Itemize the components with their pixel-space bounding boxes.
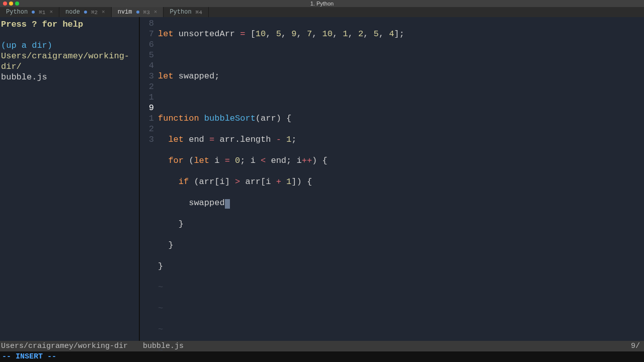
help-hint: Press ? for help: [1, 19, 138, 30]
line-num: 1: [140, 92, 154, 103]
file-item-bubble[interactable]: bubble.js: [1, 72, 138, 82]
tab-shortcut: ⌘2: [91, 9, 98, 16]
status-bar: Users/craigramey/working-dir bubble.js 9…: [0, 341, 644, 351]
tab-shortcut: ⌘1: [39, 9, 45, 16]
dot-icon: [32, 11, 35, 14]
status-filename: bubble.js: [141, 342, 631, 350]
line-num: 5: [140, 50, 154, 60]
tab-shortcut: ⌘4: [196, 9, 202, 16]
line-num: 2: [140, 81, 154, 92]
dot-icon: [84, 11, 87, 14]
tab-shortcut: ⌘3: [143, 9, 150, 16]
workspace: Press ? for help (up a dir) Users/craigr…: [0, 17, 644, 341]
tab-nvim[interactable]: nvim ⌘3 ×: [112, 7, 164, 17]
tilde-row: ~: [158, 303, 644, 314]
tab-python-1[interactable]: Python ⌘1 ×: [0, 7, 59, 17]
dot-icon: [136, 11, 139, 14]
tab-label: Python: [6, 9, 28, 16]
line-num: 8: [140, 18, 154, 29]
cwd-path: Users/craigramey/working-dir/: [1, 51, 138, 72]
text-cursor: [225, 199, 230, 209]
tilde-row: ~: [158, 324, 644, 335]
line-gutter: 8 7 6 5 4 3 2 1 9 1 2 3: [140, 18, 158, 341]
line-num: 4: [140, 60, 154, 71]
line-num: 2: [140, 124, 154, 134]
tab-python-2[interactable]: Python ⌘4: [164, 7, 208, 17]
up-dir-link[interactable]: (up a dir): [1, 40, 138, 51]
code-area[interactable]: let unsortedArr = [10, 5, 9, 7, 10, 1, 2…: [158, 18, 644, 341]
line-num: 6: [140, 39, 154, 50]
tilde-row: ~: [158, 282, 644, 293]
file-tree-sidebar[interactable]: Press ? for help (up a dir) Users/craigr…: [0, 17, 140, 341]
line-num: 1: [140, 113, 154, 124]
tab-node[interactable]: node ⌘2 ×: [59, 7, 112, 17]
tab-bar: Python ⌘1 × node ⌘2 × nvim ⌘3 × Python ⌘…: [0, 7, 644, 17]
tab-close-icon[interactable]: ×: [102, 9, 105, 15]
line-num: 7: [140, 29, 154, 39]
editor-pane[interactable]: 8 7 6 5 4 3 2 1 9 1 2 3 let unsortedArr …: [140, 17, 644, 341]
line-num-current: 9: [140, 103, 154, 113]
line-num: 3: [140, 71, 154, 81]
tab-close-icon[interactable]: ×: [49, 9, 53, 15]
vim-mode-indicator: -- INSERT --: [2, 352, 56, 361]
tab-close-icon[interactable]: ×: [154, 9, 157, 15]
mac-titlebar: 1. Python: [0, 0, 644, 7]
line-num: 3: [140, 134, 154, 145]
tab-label: node: [65, 9, 80, 16]
tab-label: Python: [170, 9, 191, 16]
window-title: 1. Python: [0, 1, 644, 7]
status-position: 9/: [631, 342, 644, 350]
status-cwd: Users/craigramey/working-dir: [0, 342, 141, 350]
tab-label: nvim: [118, 9, 132, 16]
